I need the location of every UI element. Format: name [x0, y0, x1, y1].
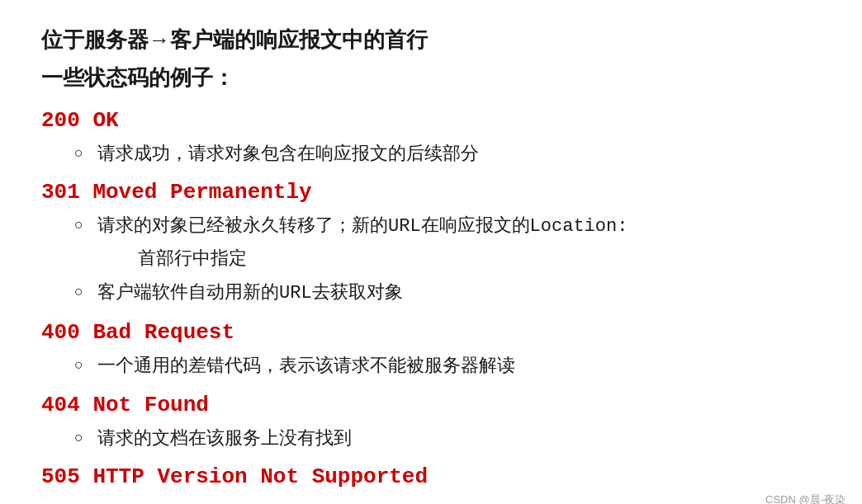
bullet-301-2: 客户端软件自动用新的URL去获取对象 [74, 276, 821, 309]
status-codes-list: 200 OK 请求成功，请求对象包含在响应报文的后续部分 301 Moved P… [41, 108, 821, 489]
status-505: 505 HTTP Version Not Supported [41, 464, 821, 489]
status-301: 301 Moved Permanently [41, 180, 821, 205]
main-content: 位于服务器→客户端的响应报文中的首行 一些状态码的例子： 200 OK 请求成功… [41, 25, 821, 489]
section-intro: 一些状态码的例子： [41, 63, 821, 92]
inline-location: Location: [530, 216, 628, 237]
bullets-301: 请求的对象已经被永久转移了；新的URL在响应报文的Location: 首部行中指… [41, 210, 821, 309]
bullets-404: 请求的文档在该服务上没有找到 [41, 422, 821, 453]
bullet-200-1: 请求成功，请求对象包含在响应报文的后续部分 [74, 138, 821, 168]
bullets-400: 一个通用的差错代码，表示该请求不能被服务器解读 [41, 350, 821, 380]
inline-url-1: URL [388, 216, 421, 237]
bullet-400-1: 一个通用的差错代码，表示该请求不能被服务器解读 [74, 350, 821, 380]
bullet-404-1: 请求的文档在该服务上没有找到 [74, 422, 821, 453]
status-200: 200 OK [41, 108, 821, 133]
watermark: CSDN @晨-夜染 [765, 492, 845, 504]
bullet-301-1: 请求的对象已经被永久转移了；新的URL在响应报文的Location: 首部行中指… [74, 210, 821, 273]
bullets-200: 请求成功，请求对象包含在响应报文的后续部分 [41, 138, 821, 168]
status-400: 400 Bad Request [41, 320, 821, 345]
page-heading: 位于服务器→客户端的响应报文中的首行 [41, 25, 821, 54]
status-404: 404 Not Found [41, 393, 821, 417]
inline-url-2: URL [279, 283, 312, 304]
